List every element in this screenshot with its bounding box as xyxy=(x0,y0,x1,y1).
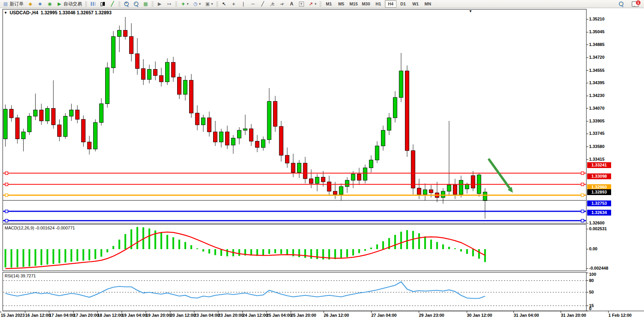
timeframe-m15-button[interactable]: M15 xyxy=(348,0,359,8)
time-tick-label: 24 Jan 12:00 xyxy=(243,313,268,318)
comm-icon xyxy=(37,1,43,7)
toolbar-grip[interactable] xyxy=(216,1,218,7)
chart-symbol-period: USDCAD-,H4 xyxy=(10,10,38,15)
price-tick-label: 1.34070 xyxy=(589,106,605,110)
time-tick-label: 18 Jan 12:00 xyxy=(97,313,123,318)
rsi-pane[interactable] xyxy=(3,272,586,311)
text-button[interactable] xyxy=(287,0,296,8)
horizontal-line-button[interactable] xyxy=(249,0,258,8)
timeframe-group: M1M5M15M30H1H4D1W1MN xyxy=(323,0,434,8)
timeframe-w1-button[interactable]: W1 xyxy=(410,0,421,8)
timeframe-d1-button[interactable]: D1 xyxy=(397,0,409,8)
candlestick-chart-button[interactable] xyxy=(98,0,107,8)
price-tick-label: 1.34395 xyxy=(589,80,605,85)
signal-icon xyxy=(47,1,53,7)
timeframe-m5-button[interactable]: M5 xyxy=(335,0,347,8)
search-button[interactable] xyxy=(617,0,625,8)
price-badge-1.32634: 1.32634 xyxy=(587,210,611,216)
autoscroll-icon xyxy=(157,1,162,7)
fibonacci-button[interactable] xyxy=(278,0,287,8)
symbol-collapse-icon[interactable]: ▼ xyxy=(4,11,7,15)
chart-shift-button[interactable] xyxy=(165,0,174,8)
price-tick-label: 1.35045 xyxy=(589,29,605,34)
community-button[interactable] xyxy=(36,0,44,8)
time-axis[interactable] xyxy=(0,319,644,321)
toolbar-grip[interactable] xyxy=(85,1,87,7)
indicators-button[interactable] xyxy=(179,0,190,8)
text-label-button[interactable] xyxy=(297,0,306,8)
price-badge-1.32893: 1.32893 xyxy=(587,189,611,195)
periods-button[interactable] xyxy=(191,0,203,8)
cross-icon xyxy=(231,1,237,7)
price-tick-label: 1.34555 xyxy=(589,68,605,73)
auto-scroll-button[interactable] xyxy=(155,0,164,8)
toolbar-grip[interactable] xyxy=(175,1,177,7)
time-tick-label: 15 Jan 2023 xyxy=(1,313,25,318)
rsi-tick-label: 100 xyxy=(589,272,596,277)
rsi-indicator-label: RSI(14) 39.7271 xyxy=(5,273,36,278)
main-chart-pane[interactable] xyxy=(3,9,586,223)
notification-badge: 1 xyxy=(635,0,641,5)
vl-icon xyxy=(241,1,246,7)
cursor-button[interactable] xyxy=(220,0,229,8)
zoom-out-button-icon: - xyxy=(133,1,139,7)
price-tick-label: 1.34885 xyxy=(589,42,605,47)
rsi-tick-label: 80 xyxy=(589,278,594,283)
linechart-icon xyxy=(109,1,115,7)
rsi-tick-label: 0 xyxy=(589,306,591,311)
chart-shift-marker-icon[interactable]: ▼ xyxy=(469,9,472,13)
metaeditor-button[interactable] xyxy=(26,0,35,8)
signals-button[interactable] xyxy=(45,0,54,8)
toolbar-grip[interactable] xyxy=(319,1,321,7)
price-tick-label: 1.35210 xyxy=(589,17,605,21)
chart-title: ▼ USDCAD-,H4 1.32995 1.33046 1.32657 1.3… xyxy=(4,10,111,15)
cursor-icon xyxy=(221,1,227,7)
candles-icon xyxy=(100,1,106,7)
alerts-button[interactable]: 1 xyxy=(630,0,641,8)
equidistant-channel-button[interactable] xyxy=(268,0,277,8)
new-order-button[interactable]: 新订单 xyxy=(1,0,25,8)
timeframe-m1-button[interactable]: M1 xyxy=(323,0,335,8)
zoom-in-button[interactable]: + xyxy=(122,0,131,8)
timeframe-h1-button[interactable]: H1 xyxy=(372,0,384,8)
macd-tick-label: 0.00 xyxy=(589,246,597,251)
vertical-line-button[interactable] xyxy=(239,0,248,8)
macd-tick-label: 0.002531 xyxy=(589,226,607,231)
macd-tick-label: -0.002448 xyxy=(589,266,608,270)
hl-icon xyxy=(250,1,256,7)
time-tick-label: 16 Jan 12:00 xyxy=(25,313,50,318)
tile-windows-button[interactable] xyxy=(141,0,150,8)
arrows-button[interactable] xyxy=(307,0,318,8)
line-chart-button[interactable] xyxy=(108,0,117,8)
time-tick-label: 31 Jan 20:00 xyxy=(561,313,586,318)
price-badge-1.33098: 1.33098 xyxy=(587,173,611,179)
price-tick-label: 1.34230 xyxy=(589,93,605,98)
zoom-out-button[interactable]: - xyxy=(132,0,140,8)
toolbar: 新订单自动交易+-M1M5M15M30H1H4D1W1MN1 xyxy=(0,0,644,8)
bar-chart-button[interactable] xyxy=(89,0,97,8)
lbl-icon xyxy=(299,2,304,7)
time-tick-label: 19 Jan 04:00 xyxy=(122,313,147,318)
toolbar-grip[interactable] xyxy=(152,1,154,7)
price-tick-label: 1.33745 xyxy=(589,131,605,136)
text-icon xyxy=(289,1,295,7)
timeframe-h4-button[interactable]: H4 xyxy=(385,0,396,8)
autotrading-button[interactable]: 自动交易 xyxy=(55,0,84,8)
macd-indicator-label: MACD(12,26,9) -0.001624 -0.000771 xyxy=(5,226,75,230)
macd-pane[interactable] xyxy=(3,224,586,271)
zoom-in-button-icon: + xyxy=(123,1,129,7)
time-tick-label: 25 Jan 20:00 xyxy=(291,313,316,318)
toolbar-grip[interactable] xyxy=(118,1,120,7)
timeframe-m30-button[interactable]: M30 xyxy=(360,0,372,8)
price-tick-label: 1.33415 xyxy=(589,157,605,161)
time-tick-label: 31 Jan 04:00 xyxy=(514,313,539,318)
trendline-button[interactable] xyxy=(258,0,267,8)
templates-button[interactable] xyxy=(203,0,215,8)
time-tick-label: 17 Jan 04:00 xyxy=(49,313,74,318)
price-tick-label: 1.34720 xyxy=(589,55,605,59)
crosshair-button[interactable] xyxy=(229,0,238,8)
price-tick-label: 1.33580 xyxy=(589,144,605,149)
ch-icon xyxy=(270,1,275,7)
rsi-tick-label: 50 xyxy=(589,290,594,294)
timeframe-mn-button[interactable]: MN xyxy=(422,0,434,8)
